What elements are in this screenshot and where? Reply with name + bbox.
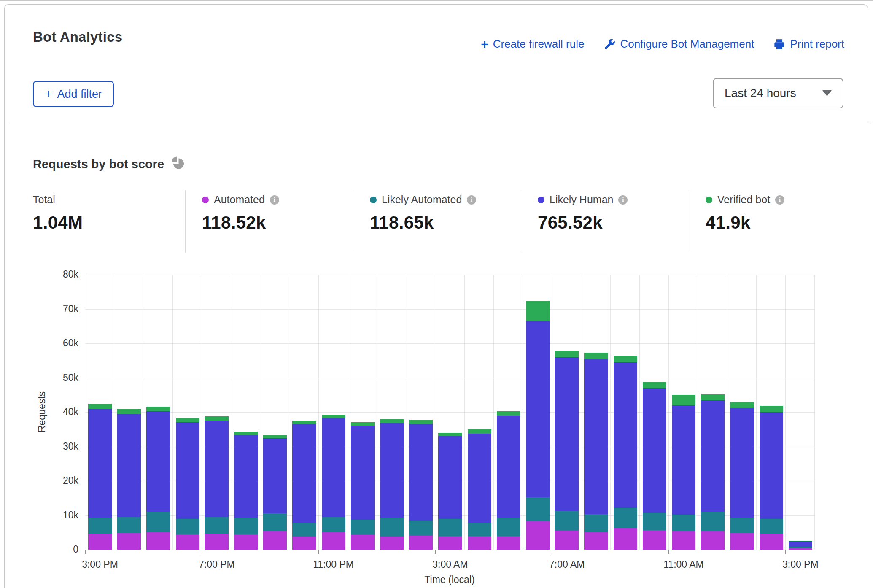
bar-segment-automated[interactable] <box>263 531 287 550</box>
bar-segment-likely-human[interactable] <box>205 421 229 517</box>
bar-segment-likely-human[interactable] <box>614 362 637 508</box>
bar-segment-likely-automated[interactable] <box>88 518 112 534</box>
bar-segment-likely-human[interactable] <box>526 321 550 497</box>
bar-segment-verified-bot[interactable] <box>643 382 666 388</box>
bar-segment-automated[interactable] <box>117 533 141 550</box>
bar-segment-verified-bot[interactable] <box>234 432 258 435</box>
bar-segment-verified-bot[interactable] <box>409 420 433 424</box>
bar-segment-likely-human[interactable] <box>672 405 695 515</box>
bar-segment-likely-human[interactable] <box>88 409 112 518</box>
create-firewall-rule-link[interactable]: + Create firewall rule <box>481 38 584 51</box>
bar-segment-automated[interactable] <box>555 531 579 550</box>
bar-segment-likely-automated[interactable] <box>117 517 141 533</box>
bar-segment-automated[interactable] <box>176 534 199 550</box>
bar-segment-automated[interactable] <box>468 536 491 550</box>
bar-segment-verified-bot[interactable] <box>176 418 199 423</box>
bar-segment-likely-automated[interactable] <box>730 518 754 533</box>
bar-segment-automated[interactable] <box>643 530 666 550</box>
bar-segment-likely-automated[interactable] <box>614 508 637 528</box>
bar-segment-automated[interactable] <box>88 534 112 550</box>
bar-segment-verified-bot[interactable] <box>789 541 812 541</box>
bar-segment-automated[interactable] <box>234 534 258 550</box>
bar-segment-automated[interactable] <box>146 532 170 550</box>
bar-segment-verified-bot[interactable] <box>146 407 170 411</box>
bar-segment-verified-bot[interactable] <box>672 395 695 405</box>
bar-segment-likely-automated[interactable] <box>497 518 520 536</box>
bar-segment-likely-automated[interactable] <box>672 515 695 531</box>
bar-segment-verified-bot[interactable] <box>555 351 579 357</box>
bar-segment-verified-bot[interactable] <box>88 404 112 409</box>
bar-segment-verified-bot[interactable] <box>760 406 783 412</box>
bar-segment-automated[interactable] <box>380 537 404 550</box>
bar-segment-likely-human[interactable] <box>701 400 725 512</box>
bar-segment-likely-human[interactable] <box>497 416 520 518</box>
bar-segment-likely-automated[interactable] <box>263 513 287 531</box>
bar-segment-likely-human[interactable] <box>351 426 375 520</box>
bar-segment-likely-automated[interactable] <box>760 519 783 533</box>
bar-segment-likely-automated[interactable] <box>789 547 812 548</box>
bar-segment-likely-automated[interactable] <box>234 518 258 534</box>
bar-segment-likely-automated[interactable] <box>351 520 375 535</box>
bar-segment-verified-bot[interactable] <box>468 429 491 434</box>
bar-segment-automated[interactable] <box>351 535 375 550</box>
bar-segment-likely-human[interactable] <box>409 424 433 521</box>
bar-segment-automated[interactable] <box>526 521 550 550</box>
bar-segment-automated[interactable] <box>322 532 345 550</box>
bar-segment-likely-automated[interactable] <box>468 523 491 536</box>
bar-segment-likely-human[interactable] <box>730 408 754 518</box>
bar-segment-automated[interactable] <box>614 528 637 550</box>
bar-segment-verified-bot[interactable] <box>497 411 520 416</box>
bar-segment-likely-automated[interactable] <box>176 519 199 534</box>
bar-segment-automated[interactable] <box>701 531 725 550</box>
bar-segment-automated[interactable] <box>760 534 783 550</box>
bar-segment-verified-bot[interactable] <box>526 301 550 321</box>
bar-segment-likely-automated[interactable] <box>555 511 579 531</box>
bar-segment-likely-human[interactable] <box>789 541 812 547</box>
bar-segment-likely-automated[interactable] <box>643 513 666 531</box>
bar-segment-likely-human[interactable] <box>176 422 199 518</box>
bar-segment-likely-automated[interactable] <box>584 514 608 532</box>
bar-segment-verified-bot[interactable] <box>701 394 725 401</box>
bar-segment-verified-bot[interactable] <box>263 435 287 438</box>
bar-segment-likely-automated[interactable] <box>146 512 170 532</box>
bar-segment-likely-automated[interactable] <box>322 517 345 533</box>
bar-segment-verified-bot[interactable] <box>117 409 141 414</box>
bar-segment-likely-automated[interactable] <box>292 523 316 537</box>
bar-segment-likely-human[interactable] <box>292 424 316 523</box>
bar-segment-likely-human[interactable] <box>468 434 491 523</box>
bar-segment-verified-bot[interactable] <box>438 433 462 436</box>
bar-segment-likely-automated[interactable] <box>438 519 462 537</box>
bar-segment-verified-bot[interactable] <box>322 415 345 419</box>
bar-segment-likely-human[interactable] <box>555 357 579 511</box>
configure-bot-management-link[interactable]: Configure Bot Management <box>604 38 754 51</box>
bar-segment-automated[interactable] <box>497 536 520 550</box>
bar-segment-verified-bot[interactable] <box>292 421 316 424</box>
bar-segment-verified-bot[interactable] <box>730 402 754 408</box>
bar-segment-likely-human[interactable] <box>234 435 258 518</box>
bar-segment-automated[interactable] <box>672 531 695 550</box>
bar-segment-automated[interactable] <box>205 534 229 550</box>
bar-segment-automated[interactable] <box>730 533 754 550</box>
bar-segment-likely-human[interactable] <box>146 411 170 512</box>
bar-segment-likely-automated[interactable] <box>526 497 550 521</box>
bar-segment-verified-bot[interactable] <box>205 416 229 421</box>
bar-segment-likely-human[interactable] <box>438 436 462 519</box>
add-filter-button[interactable]: + Add filter <box>33 81 114 107</box>
bar-segment-automated[interactable] <box>292 537 316 550</box>
bar-segment-likely-automated[interactable] <box>205 517 229 533</box>
bar-segment-likely-human[interactable] <box>117 414 141 517</box>
bar-segment-likely-human[interactable] <box>263 438 287 513</box>
bar-segment-likely-automated[interactable] <box>409 521 433 536</box>
info-icon[interactable]: i <box>618 195 628 205</box>
bar-segment-likely-human[interactable] <box>643 388 666 513</box>
bar-segment-automated[interactable] <box>438 536 462 550</box>
bar-segment-likely-automated[interactable] <box>380 518 404 537</box>
print-report-link[interactable]: Print report <box>773 38 844 51</box>
bar-segment-verified-bot[interactable] <box>614 356 637 362</box>
bar-segment-verified-bot[interactable] <box>351 422 375 426</box>
time-range-select[interactable]: Last 24 hours <box>713 78 843 108</box>
info-icon[interactable]: i <box>775 195 784 205</box>
bar-segment-likely-human[interactable] <box>322 418 345 517</box>
bar-segment-verified-bot[interactable] <box>380 419 404 423</box>
info-icon[interactable]: i <box>467 195 476 205</box>
